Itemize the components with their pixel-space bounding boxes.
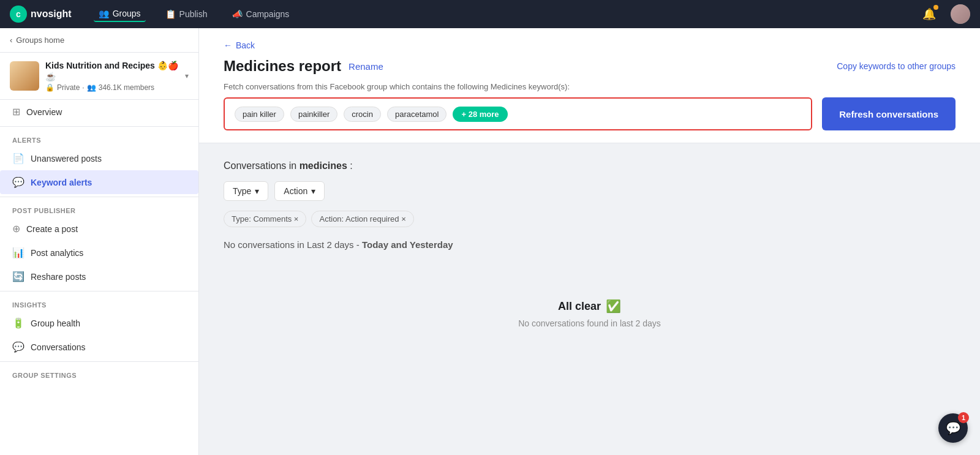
group-thumb-image [10,61,39,91]
report-header: Medicines report Rename Copy keywords to… [224,58,956,75]
keyword-painkiller: painkiller [290,107,337,122]
campaigns-icon: 📣 [232,9,243,19]
refresh-conversations-button[interactable]: Refresh conversations [822,97,956,130]
report-title-row: Medicines report Rename [224,58,383,75]
groups-home-label: Groups home [16,36,64,45]
members-icon: 👥 [87,83,96,92]
sidebar-item-overview[interactable]: ⊞ Overview [0,100,198,124]
group-thumbnail [10,61,39,91]
type-filter-label: Type [233,186,251,196]
chat-bubble-badge: 1 [958,412,969,423]
back-arrow-icon: ← [224,40,232,50]
notification-bell[interactable]: 🔔 [922,7,936,21]
overview-icon: ⊞ [12,106,20,118]
sidebar-divider-4 [0,361,198,362]
back-label: Back [236,40,255,50]
nav-publish[interactable]: 📋 Publish [160,7,213,21]
group-header: Kids Nutrition and Recipes 👶🍎☕ 🔒 Private… [0,53,198,100]
post-analytics-label: Post analytics [31,248,83,258]
fetch-description: Fetch conversations from this Facebook g… [224,82,956,91]
sidebar-overview-label: Overview [26,107,62,117]
conversations-title: Conversations in medicines : [224,160,956,171]
sidebar-item-reshare-posts[interactable]: 🔄 Reshare posts [0,265,198,288]
sidebar-item-group-health[interactable]: 🔋 Group health [0,311,198,335]
report-title: Medicines report [224,58,341,75]
groups-home-link[interactable]: ‹ Groups home [0,28,198,53]
group-health-icon: 🔋 [12,317,24,329]
sidebar: ‹ Groups home Kids Nutrition and Recipes… [0,28,199,455]
keyword-crocin: crocin [344,107,381,122]
action-filter-label: Action [284,186,307,196]
keywords-box: pain killer painkiller crocin paracetamo… [224,97,812,130]
reshare-icon: 🔄 [12,271,24,282]
reshare-posts-label: Reshare posts [31,272,86,282]
keyword-paracetamol: paracetamol [387,107,447,122]
user-avatar[interactable] [951,4,970,24]
logo[interactable]: c nvosight [10,6,72,23]
action-filter-chip-label: Action: Action required × [319,214,405,224]
action-filter-chip: Action: Action required × [311,211,413,227]
sidebar-divider-1 [0,126,198,127]
lock-icon: 🔒 [45,83,55,92]
conversations-icon: 💬 [12,341,24,353]
type-filter-chip: Type: Comments × [224,211,306,227]
group-health-label: Group health [31,318,80,328]
back-link[interactable]: ← Back [224,40,956,50]
keyword-pain-killer: pain killer [235,107,284,122]
group-info: Kids Nutrition and Recipes 👶🍎☕ 🔒 Private… [45,60,179,92]
keywords-refresh-row: pain killer painkiller crocin paracetamo… [224,97,956,130]
post-publisher-section-label: POST PUBLISHER [0,200,198,217]
checkmark-icon: ✅ [606,299,621,314]
group-settings-section-label: GROUP SETTINGS [0,364,198,382]
publish-icon: 📋 [165,9,176,19]
all-clear-title: All clear ✅ [224,299,956,314]
type-filter-button[interactable]: Type ▾ [224,181,268,201]
group-privacy: Private [57,83,80,92]
groups-icon: 👥 [99,9,109,18]
create-post-label: Create a post [26,224,78,234]
avatar-image [951,4,970,24]
rename-link[interactable]: Rename [349,61,383,72]
top-nav: c nvosight 👥 Groups 📋 Publish 📣 Campaign… [0,0,980,28]
group-meta: 🔒 Private · 👥 346.1K members [45,83,179,92]
all-clear-section: All clear ✅ No conversations found in la… [224,274,956,353]
keyword-alerts-label: Keyword alerts [31,178,92,187]
sidebar-divider-2 [0,197,198,197]
alerts-section-label: ALERTS [0,129,198,146]
filter-row: Type ▾ Action ▾ [224,181,956,201]
type-chevron-icon: ▾ [255,186,259,196]
copy-keywords-link[interactable]: Copy keywords to other groups [837,61,956,71]
sidebar-item-create-post[interactable]: ⊕ Create a post [0,217,198,241]
no-conv-text: No conversations in Last 2 days - [224,239,360,250]
action-chevron-icon: ▾ [311,186,315,196]
all-clear-subtitle: No conversations found in last 2 days [224,318,956,328]
sidebar-item-conversations[interactable]: 💬 Conversations [0,335,198,359]
nav-groups[interactable]: 👥 Groups [94,6,146,22]
keyword-icon: 💬 [12,176,24,188]
no-conv-period: Today and Yesterday [362,239,453,250]
sidebar-divider-3 [0,291,198,291]
content-bottom: Conversations in medicines : Type ▾ Acti… [199,143,980,370]
content-top: ← Back Medicines report Rename Copy keyw… [199,28,980,143]
logo-icon: c [10,6,27,23]
chevron-left-icon: ‹ [10,36,12,45]
chat-bubble-button[interactable]: 💬 1 [938,413,968,443]
sidebar-item-post-analytics[interactable]: 📊 Post analytics [0,241,198,265]
post-analytics-icon: 📊 [12,247,24,258]
conversations-keyword: medicines [300,160,347,171]
group-dropdown-icon[interactable]: ▾ [185,72,189,80]
unanswered-icon: 📄 [12,152,24,164]
nav-campaigns[interactable]: 📣 Campaigns [227,7,295,21]
unanswered-label: Unanswered posts [31,154,102,164]
conversations-label: Conversations [31,342,86,352]
action-filter-button[interactable]: Action ▾ [274,181,325,201]
sidebar-item-keyword-alerts[interactable]: 💬 Keyword alerts [0,170,198,194]
group-members: 346.1K members [99,83,154,92]
create-post-icon: ⊕ [12,223,20,235]
main-content: ← Back Medicines report Rename Copy keyw… [199,28,980,455]
active-filters: Type: Comments × Action: Action required… [224,211,956,227]
sidebar-item-unanswered-posts[interactable]: 📄 Unanswered posts [0,146,198,170]
notification-badge [933,5,938,10]
more-keywords-tag[interactable]: + 28 more [453,107,507,122]
type-filter-chip-label: Type: Comments × [232,214,298,224]
